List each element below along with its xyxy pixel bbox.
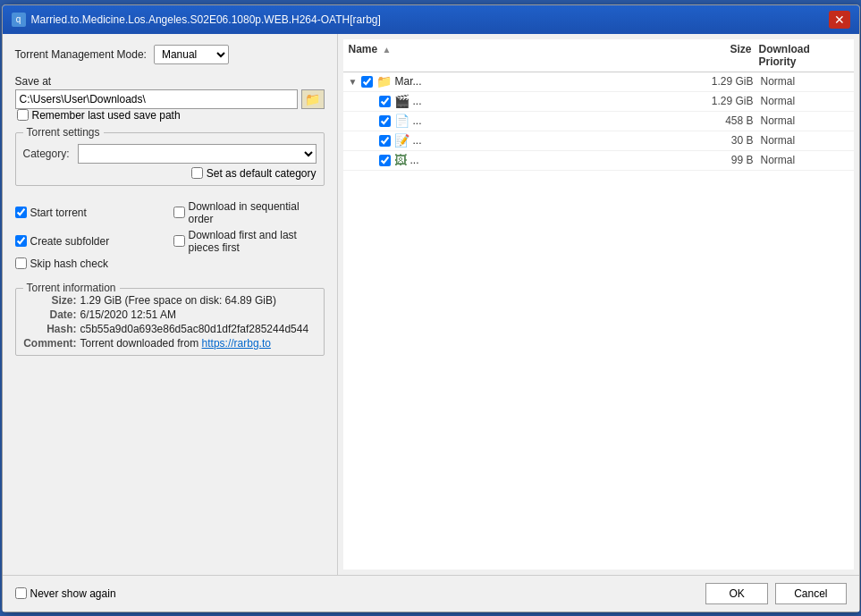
- first-last-checkbox[interactable]: [173, 235, 185, 247]
- first-last-row: Download first and last pieces first: [173, 229, 325, 254]
- category-label: Category:: [23, 148, 72, 160]
- right-panel: Name ▲ Size Download Priority ▼ 📁 Mar...…: [338, 34, 859, 575]
- txt-file-icon: 📝: [394, 133, 409, 148]
- table-row: 📄 ... 458 B Normal: [343, 112, 854, 131]
- management-mode-label: Torrent Management Mode:: [15, 48, 147, 61]
- sequential-row: Download in sequential order: [173, 200, 325, 225]
- file-priority: Normal: [761, 75, 850, 88]
- browse-folder-button[interactable]: 📁: [301, 89, 325, 109]
- remember-save-path-label: Remember last used save path: [32, 109, 181, 122]
- hash-key: Hash:: [23, 323, 77, 335]
- torrent-info-group: Torrent information Size: 1.29 GiB (Free…: [15, 288, 325, 356]
- file-checkbox[interactable]: [379, 96, 391, 107]
- dialog-body: Torrent Management Mode: Manual Automati…: [3, 34, 859, 575]
- file-size: 1.29 GiB: [689, 75, 761, 88]
- file-size: 30 B: [689, 134, 761, 147]
- torrent-settings-title: Torrent settings: [23, 126, 104, 139]
- set-default-category-label: Set as default category: [207, 167, 317, 180]
- table-row: 📝 ... 30 B Normal: [343, 131, 854, 151]
- table-row: 🖼 ... 99 B Normal: [343, 151, 854, 171]
- col-priority-header: Download Priority: [759, 43, 848, 68]
- options-checkboxes: Start torrent Download in sequential ord…: [15, 200, 325, 270]
- create-subfolder-label: Create subfolder: [30, 235, 110, 248]
- tree-expand-icon[interactable]: ▼: [349, 77, 361, 87]
- file-tree-header: Name ▲ Size Download Priority: [343, 39, 854, 72]
- file-size: 99 B: [689, 154, 761, 166]
- close-button[interactable]: ✕: [829, 11, 850, 29]
- date-key: Date:: [23, 308, 77, 321]
- never-show-again-label: Never show again: [30, 587, 116, 600]
- file-name: ...: [410, 154, 689, 166]
- torrent-info-section: Torrent information Size: 1.29 GiB (Free…: [15, 284, 325, 356]
- cancel-button[interactable]: Cancel: [775, 583, 846, 604]
- dialog-footer: Never show again OK Cancel: [3, 575, 859, 612]
- date-value: 6/15/2020 12:51 AM: [80, 308, 317, 321]
- comment-text: Torrent downloaded from: [80, 337, 202, 350]
- file-priority: Normal: [761, 154, 850, 166]
- info-grid: Size: 1.29 GiB (Free space on disk: 64.8…: [23, 294, 317, 350]
- save-path-input[interactable]: [15, 89, 298, 109]
- torrent-settings-section: Torrent settings Category: Set as defaul…: [15, 132, 325, 186]
- col-name-label: Name: [349, 43, 378, 55]
- start-torrent-checkbox[interactable]: [15, 207, 27, 218]
- save-at-section: Save at 📁 Remember last used save path: [15, 75, 325, 122]
- file-checkbox[interactable]: [379, 155, 391, 166]
- remember-save-path-checkbox[interactable]: [17, 109, 29, 121]
- skip-hash-checkbox[interactable]: [15, 257, 27, 269]
- ok-button[interactable]: OK: [705, 583, 768, 604]
- sequential-label: Download in sequential order: [189, 200, 325, 225]
- left-panel: Torrent Management Mode: Manual Automati…: [3, 34, 338, 575]
- file-priority: Normal: [761, 114, 850, 127]
- file-name: ...: [413, 134, 689, 147]
- comment-link[interactable]: https://rarbg.to: [202, 337, 271, 350]
- file-priority: Normal: [761, 134, 850, 147]
- start-torrent-row: Start torrent: [15, 200, 166, 225]
- never-show-again-checkbox[interactable]: [15, 587, 27, 599]
- app-icon: q: [12, 13, 26, 27]
- skip-hash-label: Skip hash check: [30, 257, 108, 270]
- col-size-header: Size: [688, 43, 759, 68]
- file-name: Mar...: [395, 75, 689, 88]
- skip-hash-row: Skip hash check: [15, 257, 166, 270]
- category-row: Category:: [23, 144, 317, 164]
- remember-row: Remember last used save path: [15, 109, 325, 122]
- management-mode-select[interactable]: Manual Automatic: [154, 45, 229, 64]
- name-sort-arrow: ▲: [383, 45, 392, 55]
- create-subfolder-checkbox[interactable]: [15, 235, 27, 247]
- hash-value: c5b55a9d0a693e86d5ac80d1df2faf285244d544: [80, 323, 317, 335]
- file-tree: ▼ 📁 Mar... 1.29 GiB Normal 🎬 ... 1.29 Gi…: [343, 72, 854, 570]
- comment-key: Comment:: [23, 337, 77, 350]
- file-checkbox[interactable]: [379, 135, 391, 147]
- file-size: 458 B: [689, 114, 761, 127]
- footer-left: Never show again: [15, 587, 116, 600]
- torrent-info-title: Torrent information: [23, 282, 120, 294]
- dialog-title: Married.to.Medicine.Los.Angeles.S02E06.1…: [31, 13, 381, 26]
- size-key: Size:: [23, 294, 77, 307]
- footer-buttons: OK Cancel: [705, 583, 846, 604]
- file-checkbox[interactable]: [361, 76, 373, 88]
- comment-value: Torrent downloaded from https://rarbg.to: [80, 337, 317, 350]
- main-dialog: q Married.to.Medicine.Los.Angeles.S02E06…: [2, 4, 860, 612]
- size-value: 1.29 GiB (Free space on disk: 64.89 GiB): [80, 294, 317, 307]
- file-priority: Normal: [761, 95, 850, 107]
- nfo-file-icon: 📄: [394, 114, 409, 128]
- file-name: ...: [413, 114, 689, 127]
- start-torrent-label: Start torrent: [30, 207, 87, 219]
- sequential-checkbox[interactable]: [173, 207, 185, 218]
- category-select[interactable]: [78, 144, 317, 164]
- jpg-file-icon: 🖼: [394, 153, 407, 167]
- set-default-category-checkbox[interactable]: [191, 167, 203, 179]
- title-bar: q Married.to.Medicine.Los.Angeles.S02E06…: [3, 5, 859, 34]
- title-bar-left: q Married.to.Medicine.Los.Angeles.S02E06…: [12, 13, 381, 27]
- file-name: ...: [413, 95, 689, 107]
- folder-icon: 📁: [376, 74, 392, 89]
- table-row: ▼ 📁 Mar... 1.29 GiB Normal: [343, 72, 854, 92]
- management-mode-row: Torrent Management Mode: Manual Automati…: [15, 45, 325, 64]
- table-row: 🎬 ... 1.29 GiB Normal: [343, 92, 854, 112]
- first-last-label: Download first and last pieces first: [189, 229, 325, 254]
- default-category-row: Set as default category: [23, 167, 317, 180]
- file-checkbox[interactable]: [379, 115, 391, 127]
- video-file-icon: 🎬: [394, 94, 409, 108]
- create-subfolder-row: Create subfolder: [15, 229, 166, 254]
- file-size: 1.29 GiB: [689, 95, 761, 107]
